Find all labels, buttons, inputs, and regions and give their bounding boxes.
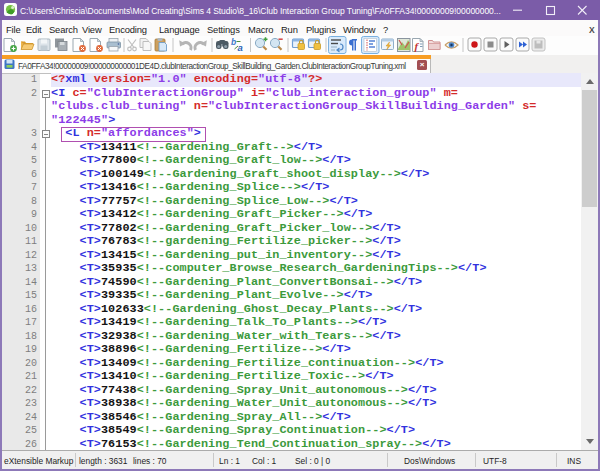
svg-text:a: a (238, 42, 243, 53)
svg-text:b: b (231, 37, 236, 47)
